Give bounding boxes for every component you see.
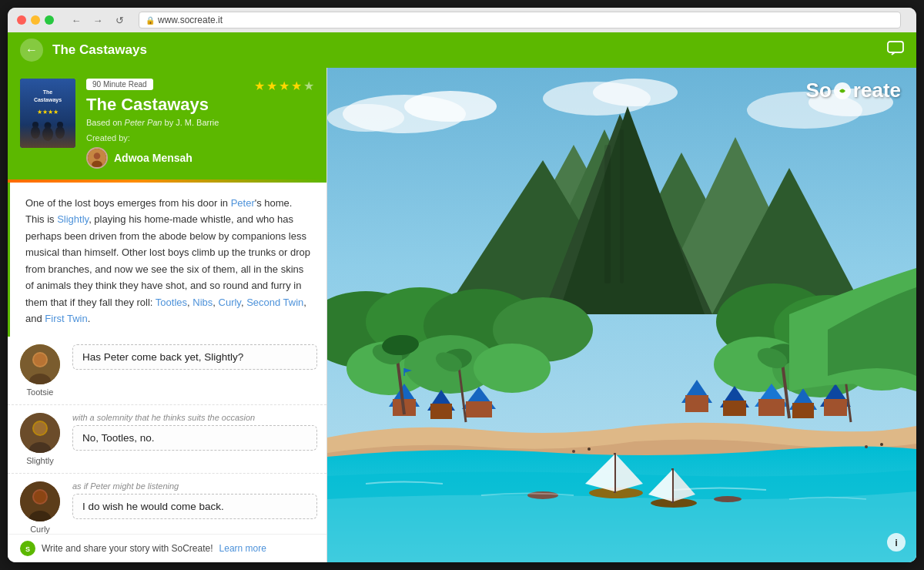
right-panel: So reate i [327,68,916,562]
address-bar[interactable]: 🔒 www.socreate.it [139,12,901,28]
stage-direction-slightly: with a solemnity that he thinks suits th… [72,413,317,422]
svg-point-18 [34,354,46,366]
link-first-twin[interactable]: First Twin [45,313,87,324]
story-text-block: One of the lost boys emerges from his do… [8,183,326,337]
star-3: ★ [279,79,290,93]
stars-rating[interactable]: ★ ★ ★ ★ ★ [254,79,314,93]
dialogue-slightly: Slightly with a solemnity that he thinks… [8,405,326,474]
svg-point-105 [588,448,591,451]
link-second-twin[interactable]: Second Twin [246,297,303,308]
author-avatar [86,147,108,169]
svg-rect-0 [888,42,903,52]
minimize-button[interactable] [31,15,40,25]
svg-point-8 [57,122,63,128]
svg-rect-49 [604,145,611,283]
created-by-label: Created by: [86,133,314,142]
footer-learn-more-link[interactable]: Learn more [219,543,266,554]
svg-point-7 [55,126,65,139]
book-cover-art: The Castaways ★★★★ [20,79,75,148]
forward-nav-button[interactable]: → [89,12,106,28]
svg-rect-50 [620,129,624,283]
story-based-on: Based on Peter Pan by J. M. Barrie [86,118,314,127]
char-name-tootsie: Tootsie [27,387,54,397]
avatar-curly [20,481,60,521]
svg-text:The: The [43,89,53,95]
svg-rect-67 [430,404,452,419]
char-name-curly: Curly [30,525,50,534]
link-tootles[interactable]: Tootles [156,297,187,308]
avatar-tootsie [20,344,60,384]
browser-titlebar: ← → ↺ 🔒 www.socreate.it [8,8,916,32]
svg-point-101 [714,496,742,502]
svg-point-6 [45,122,52,129]
link-nibs[interactable]: Nibs [192,297,213,308]
link-peter[interactable]: Peter [231,197,255,209]
star-4: ★ [291,79,302,93]
star-2: ★ [266,79,277,93]
dialogue-col-tootsie: Has Peter come back yet, Slightly? [72,344,317,370]
story-meta: 90 Minute Read ★ ★ ★ ★ ★ The Castaways [86,79,314,169]
stage-direction-curly: as if Peter might be listening [72,481,317,491]
svg-point-22 [34,422,46,434]
svg-point-106 [865,445,868,448]
logo-so: So [806,79,832,102]
svg-rect-77 [792,403,814,418]
dialogue-curly: Curly as if Peter might be listening I d… [8,474,326,535]
link-slightly[interactable]: Slightly [57,213,89,225]
svg-text:★★★★: ★★★★ [37,109,59,116]
svg-text:S: S [25,545,30,553]
app-back-button[interactable]: ← [20,39,43,62]
back-arrow-icon: ← [25,43,38,57]
chat-icon[interactable] [887,41,904,60]
tropical-scene [327,68,916,562]
star-5-empty: ★ [303,79,314,93]
refresh-nav-button[interactable]: ↺ [111,12,128,28]
svg-point-3 [31,126,40,139]
svg-text:Castaways: Castaways [34,97,62,103]
author-row: Adwoa Mensah [86,147,314,169]
svg-point-107 [880,443,883,446]
character-slightly-col: Slightly [17,413,63,465]
svg-rect-71 [685,395,708,412]
story-header-top: The Castaways ★★★★ 90 Minute Read [20,79,314,169]
dialogue-col-slightly: with a solemnity that he thinks suits th… [72,413,317,451]
character-tootsie-col: Tootsie [17,344,63,397]
close-button[interactable] [17,15,26,25]
svg-rect-73 [723,401,746,416]
svg-point-104 [572,450,575,453]
svg-point-13 [94,153,101,159]
lock-icon: 🔒 [146,16,155,25]
dialogue-line-tootsie: Has Peter come back yet, Slightly? [72,344,317,370]
dialogue-tootsie: Tootsie Has Peter come back yet, Slightl… [8,337,326,405]
svg-rect-75 [758,399,785,416]
svg-point-60 [474,344,551,393]
socreate-logo: So reate [806,79,901,102]
star-1: ★ [254,79,265,93]
dialogue-line-curly: I do wish he would come back. [72,494,317,519]
maximize-button[interactable] [45,15,54,25]
app-toolbar: ← The Castaways [8,32,916,68]
dialogue-col-curly: as if Peter might be listening I do wish… [72,481,317,519]
story-content[interactable]: One of the lost boys emerges from his do… [8,183,326,534]
left-panel: The Castaways ★★★★ 90 Minute Read [8,68,327,562]
svg-point-100 [527,491,558,499]
info-button[interactable]: i [887,533,906,552]
svg-point-4 [32,122,38,128]
svg-point-26 [34,491,46,503]
link-curly[interactable]: Curly [219,297,241,308]
back-nav-button[interactable]: ← [68,12,85,28]
bottom-footer: S Write and share your story with SoCrea… [8,534,326,562]
browser-nav: ← → ↺ [68,12,128,28]
svg-point-36 [327,104,404,132]
footer-logo: S [20,541,35,556]
svg-point-35 [404,91,497,122]
character-curly-col: Curly [17,481,63,534]
read-time-badge: 90 Minute Read [86,79,153,90]
meta-top-row: 90 Minute Read ★ ★ ★ ★ ★ [86,79,314,95]
svg-point-14 [92,160,102,168]
dialogue-line-slightly: No, Tootles, no. [72,425,317,451]
svg-rect-79 [824,399,847,416]
footer-text: Write and share your story with SoCreate… [42,543,213,554]
page-title: The Castaways [52,42,878,58]
svg-rect-69 [466,401,492,417]
